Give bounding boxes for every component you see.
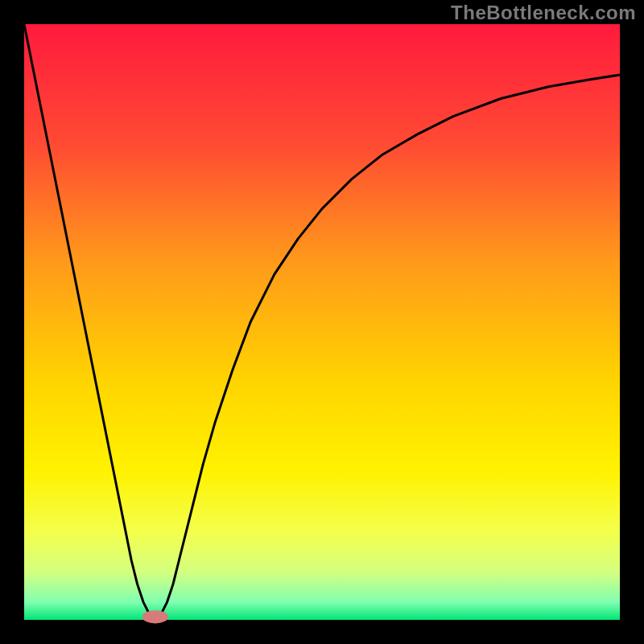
chart-container: TheBottleneck.com — [0, 0, 644, 644]
plot-background — [24, 24, 620, 620]
bottleneck-chart — [0, 0, 644, 644]
minimum-marker — [142, 610, 169, 623]
watermark-label: TheBottleneck.com — [451, 2, 636, 24]
